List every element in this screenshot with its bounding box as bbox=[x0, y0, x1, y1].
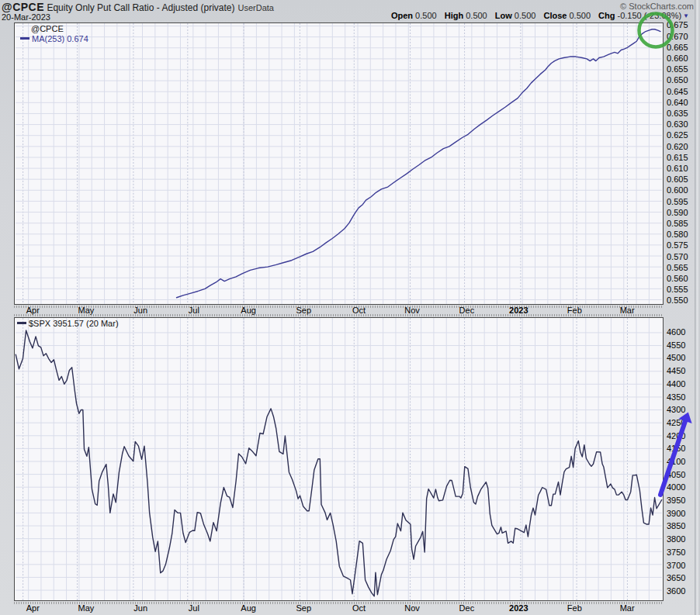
blue-arrow-annotation bbox=[649, 402, 700, 504]
plot-background bbox=[16, 23, 661, 304]
y-tick-label: 0.580 bbox=[667, 230, 688, 239]
y-tick-label: 0.585 bbox=[667, 219, 688, 228]
chart-style-name: UserData bbox=[238, 3, 274, 12]
x-month-label: Aug bbox=[241, 603, 256, 613]
green-circle-annotation bbox=[636, 11, 675, 50]
copyright-text: © StockCharts.com bbox=[620, 2, 694, 11]
x-month-label: Nov bbox=[404, 603, 420, 613]
y-tick-label: 0.590 bbox=[667, 209, 688, 217]
open-value: 0.500 bbox=[415, 11, 437, 20]
x-month-label: Apr bbox=[26, 603, 40, 613]
y-tick-label: 0.595 bbox=[667, 198, 688, 206]
y-tick-label: 3600 bbox=[667, 587, 685, 596]
cpce-legend-ma: MA(253) 0.674 bbox=[32, 34, 88, 43]
y-tick-label: 3850 bbox=[667, 522, 685, 530]
high-value: 0.500 bbox=[466, 11, 487, 20]
spx-x-tick-row-lower bbox=[14, 602, 664, 604]
chg-label: Chg bbox=[598, 11, 615, 20]
x-month-label: Sep bbox=[296, 603, 312, 613]
y-tick-label: 0.610 bbox=[667, 164, 688, 173]
y-tick-label: 0.630 bbox=[667, 120, 688, 129]
close-value: 0.500 bbox=[569, 11, 591, 20]
x-month-label: Oct bbox=[352, 603, 366, 613]
spx-line-swatch bbox=[17, 322, 26, 324]
chart-title: @CPCE Equity Only Put Call Ratio - Adjus… bbox=[2, 1, 274, 13]
down-triangle-icon: ▼ bbox=[683, 12, 689, 19]
y-tick-label: 0.655 bbox=[667, 65, 688, 74]
y-tick-label: 4600 bbox=[667, 328, 685, 337]
x-month-label: Dec bbox=[459, 603, 475, 613]
chart-description: Equity Only Put Call Ratio - Adjusted (p… bbox=[44, 2, 234, 13]
y-tick-label: 4500 bbox=[667, 354, 685, 362]
x-month-label: 2023 bbox=[509, 603, 528, 613]
cpce-legend-symbol: @CPCE bbox=[20, 24, 88, 34]
y-tick-label: 4350 bbox=[667, 393, 685, 402]
x-month-label: Jul bbox=[189, 603, 199, 613]
ma-line-swatch bbox=[20, 37, 29, 40]
cpce-x-tick-row bbox=[14, 306, 664, 308]
spx-chart bbox=[14, 317, 664, 601]
y-tick-label: 3800 bbox=[667, 535, 685, 544]
y-tick-label: 3900 bbox=[667, 510, 685, 518]
low-value: 0.500 bbox=[515, 11, 536, 20]
y-tick-label: 0.600 bbox=[667, 186, 688, 195]
window-right-edge bbox=[695, 0, 700, 615]
x-month-label: May bbox=[78, 603, 95, 613]
y-tick-label: 0.620 bbox=[667, 143, 688, 151]
y-tick-label: 0.555 bbox=[667, 285, 688, 294]
y-tick-label: 0.560 bbox=[667, 275, 688, 283]
chart-date: 20-Mar-2023 bbox=[2, 12, 50, 22]
open-label: Open bbox=[391, 11, 413, 20]
y-tick-label: 0.565 bbox=[667, 264, 688, 272]
x-month-label: Jun bbox=[133, 603, 147, 613]
x-month-label: Feb bbox=[567, 603, 582, 613]
stockcharts-chart-page: @CPCE Equity Only Put Call Ratio - Adjus… bbox=[0, 0, 700, 615]
y-tick-label: 4550 bbox=[667, 341, 685, 350]
high-label: High bbox=[445, 11, 463, 20]
y-tick-label: 0.645 bbox=[667, 88, 688, 96]
y-tick-label: 0.635 bbox=[667, 109, 688, 118]
y-tick-label: 0.605 bbox=[667, 175, 688, 184]
y-tick-label: 0.625 bbox=[667, 131, 688, 140]
close-label: Close bbox=[543, 11, 567, 20]
y-tick-label: 3750 bbox=[667, 548, 685, 557]
y-tick-label: 0.640 bbox=[667, 98, 688, 107]
cpce-ma-chart bbox=[14, 22, 664, 305]
spx-x-tick-row-upper bbox=[14, 314, 664, 316]
low-label: Low bbox=[495, 11, 512, 20]
y-tick-label: 4400 bbox=[667, 380, 685, 389]
y-tick-label: 0.550 bbox=[667, 296, 688, 305]
y-tick-label: 3700 bbox=[667, 561, 685, 570]
y-tick-label: 3650 bbox=[667, 574, 685, 582]
y-tick-label: 4450 bbox=[667, 367, 685, 375]
chart-symbol: @CPCE bbox=[2, 1, 44, 13]
spx-legend-text: $SPX 3951.57 (20 Mar) bbox=[29, 319, 119, 328]
y-tick-label: 0.650 bbox=[667, 76, 688, 85]
y-tick-label: 0.615 bbox=[667, 154, 688, 162]
y-tick-label: 0.660 bbox=[667, 54, 688, 63]
cpce-legend: @CPCE MA(253) 0.674 bbox=[20, 24, 88, 44]
x-month-label: Mar bbox=[620, 603, 635, 613]
spx-legend: $SPX 3951.57 (20 Mar) bbox=[17, 319, 119, 329]
y-tick-label: 0.575 bbox=[667, 241, 688, 250]
y-tick-label: 0.570 bbox=[667, 253, 688, 261]
